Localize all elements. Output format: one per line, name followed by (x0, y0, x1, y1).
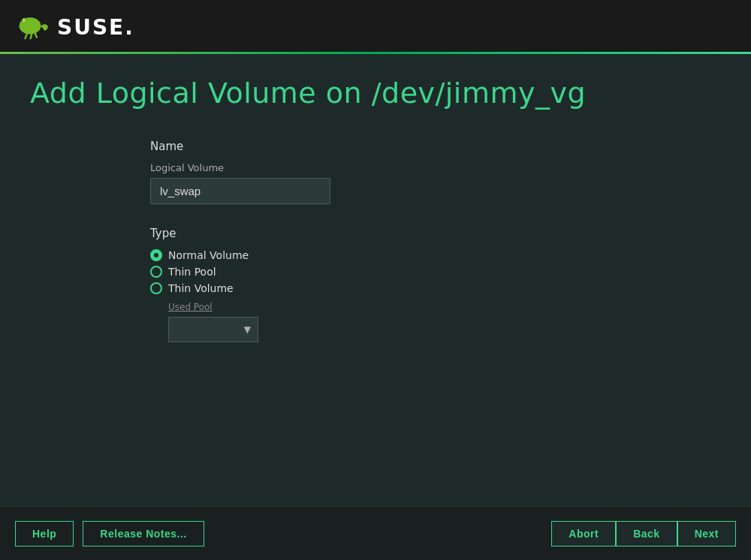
radio-normal-volume-indicator (150, 249, 162, 261)
release-notes-button[interactable]: Release Notes... (83, 521, 204, 546)
suse-logo-text: SUSE. (57, 15, 134, 40)
help-button[interactable]: Help (15, 521, 74, 546)
name-section: Name Logical Volume (150, 140, 721, 204)
radio-thin-pool[interactable]: Thin Pool (150, 266, 721, 278)
footer-left-buttons: Help Release Notes... (15, 521, 204, 546)
radio-thin-volume-indicator (150, 282, 162, 294)
type-section: Type Normal Volume Thin Pool Thin Volume (150, 227, 721, 342)
used-pool-select-wrapper: ▼ (168, 317, 258, 342)
used-pool-section: Used Pool ▼ (168, 302, 721, 342)
header: SUSE. (0, 0, 751, 54)
form-area: Name Logical Volume Type Normal Volume T… (30, 140, 721, 342)
back-button[interactable]: Back (616, 521, 677, 546)
next-button[interactable]: Next (677, 521, 736, 546)
radio-thin-pool-label: Thin Pool (168, 266, 216, 278)
radio-thin-volume-label: Thin Volume (168, 282, 234, 294)
logical-volume-label: Logical Volume (150, 162, 721, 173)
suse-chameleon-icon (15, 9, 51, 45)
used-pool-select[interactable] (168, 317, 258, 342)
abort-button[interactable]: Abort (551, 521, 616, 546)
main-content: Add Logical Volume on /dev/jimmy_vg Name… (0, 54, 751, 365)
suse-logo: SUSE. (15, 9, 134, 45)
used-pool-label: Used Pool (168, 302, 721, 312)
svg-point-3 (23, 20, 24, 21)
radio-thin-pool-indicator (150, 266, 162, 278)
radio-normal-volume[interactable]: Normal Volume (150, 249, 721, 261)
page-title: Add Logical Volume on /dev/jimmy_vg (30, 77, 721, 110)
footer-right-buttons: Abort Back Next (551, 521, 736, 546)
name-section-label: Name (150, 140, 721, 153)
radio-normal-volume-label: Normal Volume (168, 249, 249, 261)
radio-thin-volume[interactable]: Thin Volume (150, 282, 721, 294)
type-radio-group: Normal Volume Thin Pool Thin Volume (150, 249, 721, 294)
logical-volume-input[interactable] (150, 178, 330, 204)
type-section-label: Type (150, 227, 721, 240)
footer: Help Release Notes... Abort Back Next (0, 506, 751, 560)
